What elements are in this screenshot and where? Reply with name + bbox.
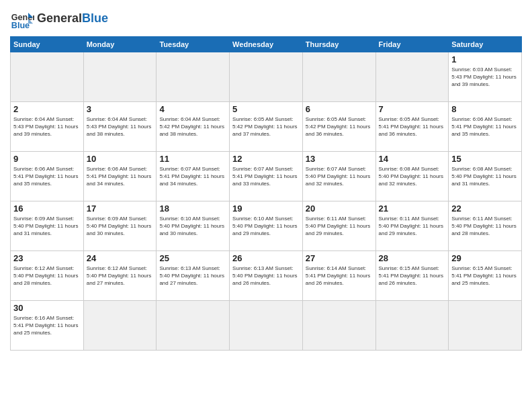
day-number: 1 xyxy=(451,54,519,64)
calendar-cell xyxy=(83,301,157,351)
calendar-cell: 13Sunrise: 6:07 AM Sunset: 5:40 PM Dayli… xyxy=(302,152,375,201)
day-number: 10 xyxy=(87,154,154,164)
calendar-cell: 25Sunrise: 6:13 AM Sunset: 5:40 PM Dayli… xyxy=(157,251,230,301)
calendar-cell xyxy=(302,301,375,351)
day-number: 11 xyxy=(159,154,226,164)
day-info: Sunrise: 6:13 AM Sunset: 5:40 PM Dayligh… xyxy=(159,265,226,287)
calendar-cell: 19Sunrise: 6:10 AM Sunset: 5:40 PM Dayli… xyxy=(230,201,303,251)
day-info: Sunrise: 6:05 AM Sunset: 5:41 PM Dayligh… xyxy=(379,116,446,138)
day-info: Sunrise: 6:04 AM Sunset: 5:43 PM Dayligh… xyxy=(87,116,154,138)
day-number: 22 xyxy=(451,203,519,214)
day-number: 14 xyxy=(379,154,446,164)
day-number: 20 xyxy=(306,203,373,214)
day-number: 21 xyxy=(379,203,446,214)
day-info: Sunrise: 6:04 AM Sunset: 5:43 PM Dayligh… xyxy=(13,116,81,138)
weekday-header-tuesday: Tuesday xyxy=(157,37,230,52)
logo-text: GeneralBlue xyxy=(37,12,108,26)
day-info: Sunrise: 6:07 AM Sunset: 5:41 PM Dayligh… xyxy=(232,165,300,188)
calendar-week-5: 23Sunrise: 6:12 AM Sunset: 5:40 PM Dayli… xyxy=(11,251,522,301)
calendar-cell xyxy=(230,301,303,351)
calendar-cell: 10Sunrise: 6:06 AM Sunset: 5:41 PM Dayli… xyxy=(83,152,157,201)
day-number: 5 xyxy=(232,104,300,114)
calendar-cell: 23Sunrise: 6:12 AM Sunset: 5:40 PM Dayli… xyxy=(11,251,84,301)
calendar-cell: 2Sunrise: 6:04 AM Sunset: 5:43 PM Daylig… xyxy=(11,102,84,152)
calendar-cell xyxy=(230,52,303,102)
weekday-header-thursday: Thursday xyxy=(302,37,375,52)
calendar-cell xyxy=(375,52,449,102)
day-info: Sunrise: 6:05 AM Sunset: 5:42 PM Dayligh… xyxy=(306,116,373,138)
logo-icon: General Blue xyxy=(10,7,34,31)
calendar-cell: 5Sunrise: 6:05 AM Sunset: 5:42 PM Daylig… xyxy=(230,102,303,152)
day-number: 16 xyxy=(13,203,81,214)
calendar-cell: 4Sunrise: 6:04 AM Sunset: 5:42 PM Daylig… xyxy=(157,102,230,152)
weekday-header-monday: Monday xyxy=(83,37,157,52)
day-info: Sunrise: 6:15 AM Sunset: 5:41 PM Dayligh… xyxy=(451,265,519,287)
day-info: Sunrise: 6:08 AM Sunset: 5:40 PM Dayligh… xyxy=(379,165,446,188)
calendar-cell xyxy=(375,301,449,351)
calendar-cell: 28Sunrise: 6:15 AM Sunset: 5:41 PM Dayli… xyxy=(375,251,449,301)
calendar-cell xyxy=(449,301,522,351)
day-info: Sunrise: 6:09 AM Sunset: 5:40 PM Dayligh… xyxy=(87,215,154,238)
day-number: 30 xyxy=(13,303,81,313)
calendar-cell: 30Sunrise: 6:16 AM Sunset: 5:41 PM Dayli… xyxy=(11,301,84,351)
day-info: Sunrise: 6:10 AM Sunset: 5:40 PM Dayligh… xyxy=(232,215,300,238)
calendar-cell: 24Sunrise: 6:12 AM Sunset: 5:40 PM Dayli… xyxy=(83,251,157,301)
calendar-cell xyxy=(11,52,84,102)
day-number: 23 xyxy=(13,253,81,263)
calendar-week-1: 1Sunrise: 6:03 AM Sunset: 5:43 PM Daylig… xyxy=(11,52,522,102)
calendar-cell: 9Sunrise: 6:06 AM Sunset: 5:41 PM Daylig… xyxy=(11,152,84,201)
day-number: 25 xyxy=(159,253,226,263)
calendar-week-6: 30Sunrise: 6:16 AM Sunset: 5:41 PM Dayli… xyxy=(11,301,522,351)
svg-text:Blue: Blue xyxy=(11,21,30,30)
day-info: Sunrise: 6:14 AM Sunset: 5:41 PM Dayligh… xyxy=(306,265,373,287)
calendar-cell: 6Sunrise: 6:05 AM Sunset: 5:42 PM Daylig… xyxy=(302,102,375,152)
calendar-table: SundayMondayTuesdayWednesdayThursdayFrid… xyxy=(10,36,522,351)
calendar-week-2: 2Sunrise: 6:04 AM Sunset: 5:43 PM Daylig… xyxy=(11,102,522,152)
calendar-cell: 20Sunrise: 6:11 AM Sunset: 5:40 PM Dayli… xyxy=(302,201,375,251)
calendar-cell: 26Sunrise: 6:13 AM Sunset: 5:40 PM Dayli… xyxy=(230,251,303,301)
day-info: Sunrise: 6:16 AM Sunset: 5:41 PM Dayligh… xyxy=(13,314,81,337)
calendar-cell xyxy=(83,52,157,102)
page: General Blue GeneralBlue SundayMondayTue… xyxy=(0,0,532,411)
day-number: 24 xyxy=(87,253,154,263)
calendar-cell xyxy=(157,301,230,351)
calendar-cell xyxy=(302,52,375,102)
day-number: 6 xyxy=(306,104,373,114)
day-info: Sunrise: 6:15 AM Sunset: 5:41 PM Dayligh… xyxy=(379,265,446,287)
day-info: Sunrise: 6:12 AM Sunset: 5:40 PM Dayligh… xyxy=(13,265,81,287)
day-info: Sunrise: 6:06 AM Sunset: 5:41 PM Dayligh… xyxy=(87,165,154,188)
day-number: 2 xyxy=(13,104,81,114)
day-number: 13 xyxy=(306,154,373,164)
calendar-cell: 17Sunrise: 6:09 AM Sunset: 5:40 PM Dayli… xyxy=(83,201,157,251)
calendar-cell: 16Sunrise: 6:09 AM Sunset: 5:40 PM Dayli… xyxy=(11,201,84,251)
day-info: Sunrise: 6:06 AM Sunset: 5:41 PM Dayligh… xyxy=(451,116,519,138)
calendar-week-4: 16Sunrise: 6:09 AM Sunset: 5:40 PM Dayli… xyxy=(11,201,522,251)
day-info: Sunrise: 6:04 AM Sunset: 5:42 PM Dayligh… xyxy=(159,116,226,138)
weekday-header-friday: Friday xyxy=(375,37,449,52)
day-info: Sunrise: 6:08 AM Sunset: 5:40 PM Dayligh… xyxy=(451,165,519,188)
calendar-cell: 11Sunrise: 6:07 AM Sunset: 5:41 PM Dayli… xyxy=(157,152,230,201)
calendar-cell: 1Sunrise: 6:03 AM Sunset: 5:43 PM Daylig… xyxy=(449,52,522,102)
calendar-cell: 7Sunrise: 6:05 AM Sunset: 5:41 PM Daylig… xyxy=(375,102,449,152)
day-number: 15 xyxy=(451,154,519,164)
calendar-cell: 8Sunrise: 6:06 AM Sunset: 5:41 PM Daylig… xyxy=(449,102,522,152)
day-info: Sunrise: 6:05 AM Sunset: 5:42 PM Dayligh… xyxy=(232,116,300,138)
day-info: Sunrise: 6:12 AM Sunset: 5:40 PM Dayligh… xyxy=(87,265,154,287)
day-info: Sunrise: 6:11 AM Sunset: 5:40 PM Dayligh… xyxy=(451,215,519,238)
calendar-cell: 14Sunrise: 6:08 AM Sunset: 5:40 PM Dayli… xyxy=(375,152,449,201)
calendar-cell: 22Sunrise: 6:11 AM Sunset: 5:40 PM Dayli… xyxy=(449,201,522,251)
day-info: Sunrise: 6:07 AM Sunset: 5:41 PM Dayligh… xyxy=(159,165,226,188)
calendar-cell: 18Sunrise: 6:10 AM Sunset: 5:40 PM Dayli… xyxy=(157,201,230,251)
calendar-week-3: 9Sunrise: 6:06 AM Sunset: 5:41 PM Daylig… xyxy=(11,152,522,201)
day-info: Sunrise: 6:11 AM Sunset: 5:40 PM Dayligh… xyxy=(379,215,446,238)
day-number: 3 xyxy=(87,104,154,114)
calendar-cell: 21Sunrise: 6:11 AM Sunset: 5:40 PM Dayli… xyxy=(375,201,449,251)
header: General Blue GeneralBlue xyxy=(10,7,522,31)
calendar-cell: 3Sunrise: 6:04 AM Sunset: 5:43 PM Daylig… xyxy=(83,102,157,152)
day-info: Sunrise: 6:13 AM Sunset: 5:40 PM Dayligh… xyxy=(232,265,300,287)
day-info: Sunrise: 6:10 AM Sunset: 5:40 PM Dayligh… xyxy=(159,215,226,238)
day-number: 19 xyxy=(232,203,300,214)
weekday-header-sunday: Sunday xyxy=(11,37,84,52)
day-number: 17 xyxy=(87,203,154,214)
day-number: 18 xyxy=(159,203,226,214)
